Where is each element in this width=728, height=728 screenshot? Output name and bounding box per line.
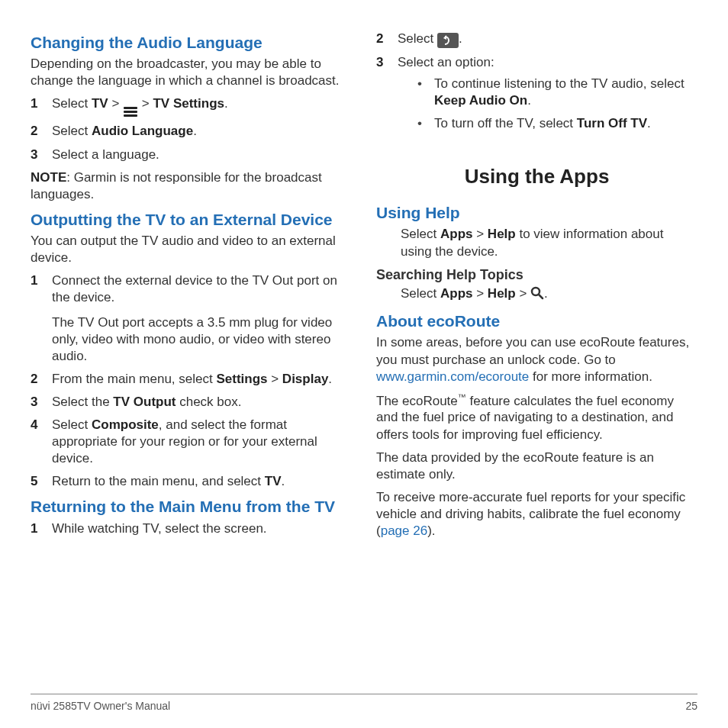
search-help-body: Select Apps > Help > . <box>376 285 697 304</box>
step: 1 Connect the external device to the TV … <box>31 272 352 364</box>
bullet: •To continue listening to the TV audio, … <box>398 76 697 109</box>
step: 1 Select TV > > TV Settings. <box>31 95 352 117</box>
left-column: Changing the Audio Language Depending on… <box>31 27 352 684</box>
step: 5 Return to the main menu, and select TV… <box>31 473 352 490</box>
footer-title: nüvi 2585TV Owner's Manual <box>31 699 170 713</box>
step: 4 Select Composite, and select the forma… <box>31 417 352 467</box>
heading-audio-language: Changing the Audio Language <box>31 32 352 53</box>
right-column: 2 Select . 3 Select an option: •To conti… <box>376 27 697 684</box>
using-help-body: Select Apps > Help to view information a… <box>376 226 697 259</box>
step: 3 Select the TV Output check box. <box>31 394 352 411</box>
step-text: Select TV > > TV Settings. <box>52 95 352 117</box>
heading-tv-external: Outputting the TV to an External Device <box>31 209 352 230</box>
eco-para-1: In some areas, before you can use ecoRou… <box>376 334 697 385</box>
step: 3 Select a language. <box>31 147 352 163</box>
back-icon <box>437 33 459 48</box>
search-icon <box>530 286 544 304</box>
heading-ecoroute: About ecoRoute <box>376 311 697 331</box>
page-26-link[interactable]: page 26 <box>381 523 427 538</box>
step: 2 Select . <box>376 31 697 48</box>
footer-page-number: 25 <box>685 699 697 713</box>
heading-return-main: Returning to the Main Menu from the TV <box>31 496 352 517</box>
audio-language-intro: Depending on the broadcaster, you may be… <box>31 56 352 89</box>
eco-para-4: To receive more-accurate fuel reports fo… <box>376 489 697 540</box>
svg-line-1 <box>539 295 543 298</box>
bullet: •To turn off the TV, select Turn Off TV. <box>398 115 697 132</box>
menu-icon <box>124 107 137 117</box>
heading-using-apps: Using the Apps <box>376 164 697 190</box>
step: 2 From the main menu, select Settings > … <box>31 371 352 388</box>
heading-search-help: Searching Help Topics <box>376 266 697 284</box>
step: 3 Select an option: •To continue listeni… <box>376 54 697 138</box>
eco-para-3: The data provided by the ecoRoute featur… <box>376 449 697 483</box>
step: 1 While watching TV, select the screen. <box>31 520 352 537</box>
eco-para-2: The ecoRoute™ feature calculates the fue… <box>376 391 697 443</box>
step: 2 Select Audio Language. <box>31 123 352 140</box>
page-footer: nüvi 2585TV Owner's Manual 25 <box>31 694 697 713</box>
heading-using-help: Using Help <box>376 202 697 223</box>
ecoroute-link[interactable]: www.garmin.com/ecoroute <box>376 369 529 384</box>
note: NOTE: Garmin is not responsible for the … <box>31 169 352 203</box>
tv-external-intro: You can output the TV audio and video to… <box>31 233 352 266</box>
